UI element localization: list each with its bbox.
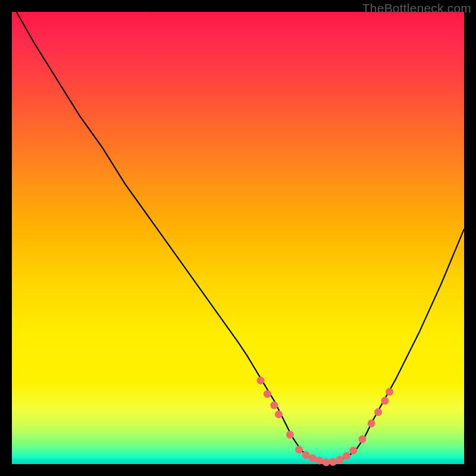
marker-dot [322, 458, 330, 466]
marker-dot [368, 419, 375, 427]
marker-dot [359, 436, 367, 443]
marker-dot [275, 411, 283, 418]
marker-dot [343, 452, 350, 460]
bottleneck-curve [17, 12, 464, 463]
marker-dot [270, 402, 278, 409]
marker-dot [336, 456, 344, 464]
marker-dot [329, 458, 337, 466]
marker-dot [315, 456, 323, 464]
marker-dot [264, 390, 271, 398]
curve-markers [257, 377, 394, 466]
marker-dot [257, 377, 265, 384]
chart-svg [12, 12, 464, 464]
marker-dot [286, 431, 294, 439]
marker-dot [309, 455, 317, 462]
marker-dot [386, 388, 393, 396]
marker-dot [302, 451, 310, 459]
marker-dot [295, 446, 303, 453]
marker-dot [381, 397, 389, 405]
marker-dot [349, 447, 357, 455]
watermark-label: TheBottleneck.com [362, 1, 471, 15]
chart-stage: TheBottleneck.com [0, 0, 476, 476]
marker-dot [374, 408, 382, 416]
